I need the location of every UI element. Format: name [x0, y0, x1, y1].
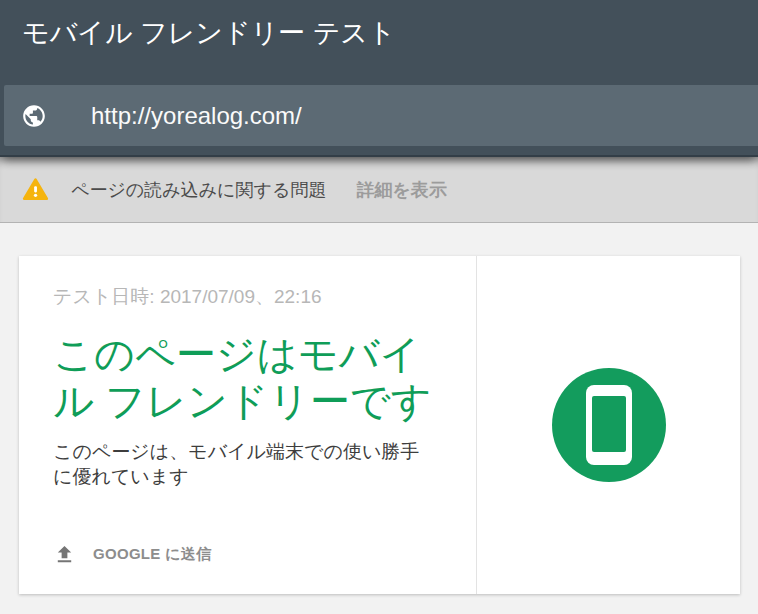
- show-details-link[interactable]: 詳細を表示: [356, 178, 446, 202]
- upload-icon: [53, 543, 76, 566]
- result-badge-panel: [476, 256, 740, 594]
- warning-message: ページの読み込みに関する問題: [71, 178, 326, 202]
- warning-banner: ページの読み込みに関する問題 詳細を表示: [0, 157, 758, 223]
- submit-to-google-button[interactable]: GOOGLE に送信: [53, 543, 211, 566]
- mobile-friendly-badge: [552, 368, 666, 482]
- result-description-line1: このページは、モバイル端末での使い勝手: [53, 439, 458, 464]
- page-title: モバイル フレンドリー テスト: [22, 15, 396, 51]
- app-header: モバイル フレンドリー テスト http://yorealog.com/: [0, 0, 758, 157]
- test-date: テスト日時: 2017/07/09、22:16: [53, 284, 458, 310]
- smartphone-icon: [586, 385, 632, 465]
- result-text-panel: テスト日時: 2017/07/09、22:16 このページはモバイ ル フレンド…: [19, 256, 476, 594]
- submit-to-google-label: GOOGLE に送信: [93, 545, 211, 564]
- url-value: http://yorealog.com/: [91, 102, 302, 130]
- result-heading-line2: ル フレンドリーです: [53, 378, 458, 425]
- warning-triangle-icon: [22, 176, 49, 203]
- result-heading: このページはモバイ ル フレンドリーです: [53, 331, 458, 425]
- result-description-line2: に優れています: [53, 464, 458, 489]
- result-description: このページは、モバイル端末での使い勝手 に優れています: [53, 439, 458, 489]
- url-input[interactable]: http://yorealog.com/: [4, 85, 758, 146]
- smartphone-screen: [592, 396, 626, 452]
- globe-icon: [21, 103, 47, 129]
- result-heading-line1: このページはモバイ: [53, 331, 458, 378]
- result-card: テスト日時: 2017/07/09、22:16 このページはモバイ ル フレンド…: [19, 256, 740, 594]
